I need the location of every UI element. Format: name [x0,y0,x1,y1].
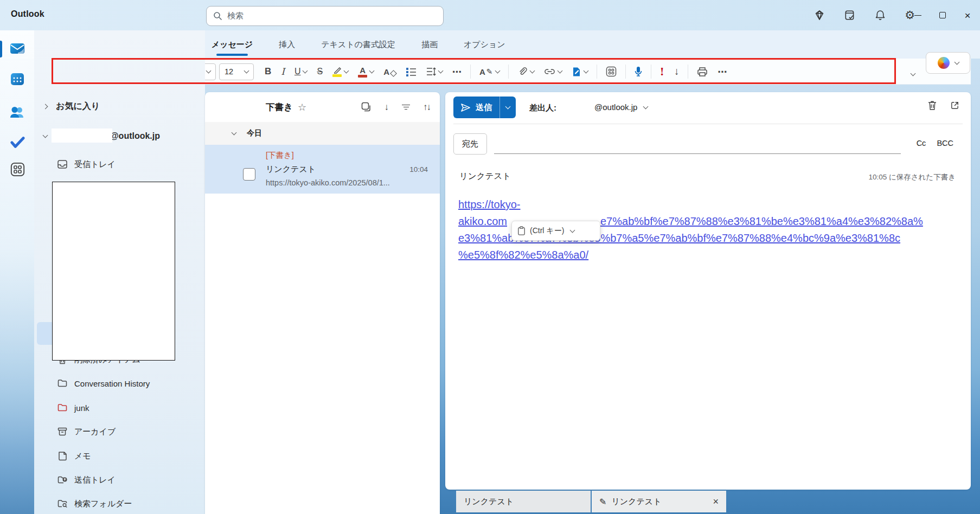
folder-notes[interactable]: メモ [57,447,91,465]
highlighter-icon [332,67,342,77]
rail-more-apps-button[interactable] [9,162,25,177]
insert-link-button[interactable] [540,62,566,81]
message-item-selected[interactable]: [下書き] リンクテスト 10:04 https://tokyo-akiko.c… [205,145,440,194]
from-selector[interactable]: @outlook.jp [594,102,648,112]
rail-calendar-button[interactable] [9,72,25,87]
high-importance-icon: ! [660,66,664,78]
more-icon: ⋯ [718,66,727,78]
body-link-line2-end[interactable]: e7%ab%bf%e7%87%88%e3%81%be%e3%81%a4%e3%8… [600,215,923,228]
bcc-button[interactable]: BCC [937,139,953,147]
tab-message[interactable]: メッセージ [210,37,254,52]
copilot-button[interactable] [926,52,970,74]
search-icon [213,11,222,21]
sort-icon[interactable]: ↑↓ [423,102,430,113]
highlight-button[interactable] [328,62,353,81]
rail-todo-button[interactable] [9,134,25,150]
signature-icon [572,67,581,77]
underline-button[interactable]: U [290,62,312,81]
to-input[interactable] [494,153,901,154]
notes-check-icon[interactable] [844,9,856,21]
tab-format-text[interactable]: テキストの書式設定 [320,37,396,52]
body-link-line1[interactable]: https://tokyo- [458,198,521,210]
favorites-group[interactable]: お気に入り [43,97,100,115]
send-label: 送信 [476,102,492,113]
search-input[interactable]: 検索 [206,6,444,26]
body-link-line2-start[interactable]: akiko.com [458,215,507,227]
folder-outbox[interactable]: 送信トレイ [57,471,116,489]
rail-people-button[interactable] [9,105,25,120]
send-options-chevron[interactable] [500,97,516,118]
folder-conversation-history[interactable]: Conversation History [57,374,150,393]
divider [453,124,963,124]
message-checkbox[interactable] [243,168,255,181]
filter-icon[interactable] [402,105,410,110]
notifications-bell-icon[interactable] [874,9,886,21]
bullet-list-button[interactable] [401,62,421,81]
cc-button[interactable]: Cc [917,139,926,147]
open-in-new-window-icon[interactable] [950,100,960,111]
maximize-button[interactable] [930,0,955,30]
rail-mail-button[interactable] [9,41,25,56]
collapse-ribbon-button[interactable] [911,68,915,78]
draft-tab-1[interactable]: リンクテスト [456,491,591,512]
close-draft-icon[interactable]: × [713,496,719,507]
tab-draw[interactable]: 描画 [420,37,439,52]
dictate-button[interactable] [630,62,646,81]
delete-draft-icon[interactable] [927,100,938,111]
font-size-select[interactable]: 12 [219,63,254,80]
attach-file-button[interactable] [513,62,539,81]
send-button[interactable]: 送信 [453,97,499,118]
print-button[interactable] [693,62,712,81]
todo-check-icon [10,136,25,148]
draft-tab-2-active[interactable]: ✎ リンクテスト × [592,491,726,512]
group-label: 今日 [247,128,262,138]
bullet-list-icon [406,67,417,76]
message-list-pane: 下書き ☆ ↓ ↑↓ 今日 [下書き] リンクテスト 10:04 https:/… [205,92,440,514]
minimize-button[interactable] [905,0,930,30]
apps-button[interactable] [601,62,621,81]
maximize-icon [939,12,946,18]
group-header-today[interactable]: 今日 [205,122,440,145]
tab-insert[interactable]: 挿入 [278,37,296,52]
line-spacing-button[interactable] [422,62,447,81]
subject-field[interactable]: リンクテスト [459,171,511,182]
more-paragraph-options-button[interactable]: ⋯ [448,62,466,81]
body-link-line4[interactable]: %e5%8f%82%e5%8a%a0/ [458,249,588,261]
newest-on-top-icon[interactable]: ↓ [385,102,389,113]
strikethrough-button[interactable]: S [312,62,327,81]
folder-inbox[interactable]: 受信トレイ 2 [57,155,198,174]
folder-label: Conversation History [74,379,150,388]
more-toolbar-options-button[interactable]: ⋯ [713,62,731,81]
tab-options[interactable]: オプション [463,37,507,52]
premium-diamond-icon[interactable] [814,9,825,21]
link-ctrl-click-tooltip[interactable]: (Ctrl キー) [511,221,600,241]
from-label: 差出人: [529,103,556,113]
archive-icon [57,426,68,437]
to-label: 宛先 [462,139,478,149]
apps-grid-icon [606,66,617,77]
favorite-star-icon[interactable]: ☆ [298,101,306,113]
font-color-button[interactable]: A [354,62,378,81]
folder-search-folders[interactable]: 検索フォルダー [57,494,132,513]
text-styles-button[interactable]: A ✎ [475,62,504,81]
folder-archive[interactable]: アーカイブ [57,422,116,441]
draft-tab-label: リンクテスト [464,497,514,507]
italic-button[interactable]: I [277,62,289,81]
copy-clipboard-icon [517,226,526,236]
redaction-box [52,128,112,143]
more-icon: ⋯ [452,66,462,78]
low-importance-button[interactable]: ↓ [670,62,684,81]
high-importance-button[interactable]: ! [656,62,669,81]
copilot-icon [938,57,950,69]
folder-icon [57,378,68,389]
folder-junk[interactable]: junk [57,399,89,417]
close-button[interactable]: × [955,0,980,30]
search-placeholder: 検索 [227,11,244,21]
signature-button[interactable] [567,62,592,81]
clear-formatting-button[interactable]: A [379,62,400,81]
select-messages-icon[interactable] [361,102,371,112]
send-split-button[interactable]: 送信 [453,97,516,118]
bold-button[interactable]: B [260,62,276,81]
chevron-down-icon [43,133,48,138]
to-button[interactable]: 宛先 [453,133,487,155]
